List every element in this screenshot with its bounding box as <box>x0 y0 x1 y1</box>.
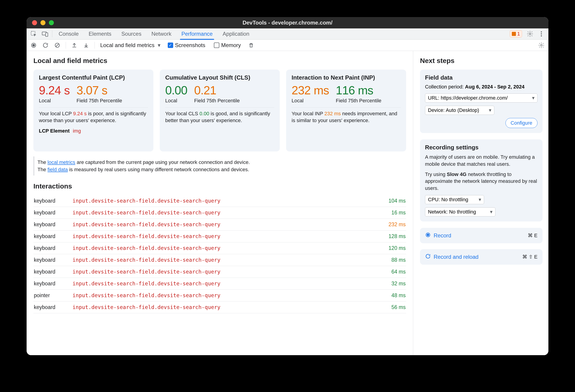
record-shortcut: ⌘ E <box>528 233 537 239</box>
device-select[interactable]: Device: Auto (Desktop) ▾ <box>425 106 494 115</box>
metric-cards: Largest Contentful Paint (LCP) 9.24 s Lo… <box>33 70 406 151</box>
panel-settings-icon[interactable] <box>537 41 546 50</box>
interaction-selector: input.devsite-search-field.devsite-searc… <box>72 269 376 275</box>
local-metrics-link[interactable]: local metrics <box>48 159 75 165</box>
lcp-element-row[interactable]: LCP Element img <box>39 128 148 134</box>
interaction-duration: 120 ms <box>376 245 406 251</box>
interaction-row[interactable]: keyboardinput.devsite-search-field.devsi… <box>33 242 406 254</box>
record-icon <box>425 232 431 239</box>
interactions-heading: Interactions <box>33 182 406 190</box>
checkbox-icon: ✓ <box>168 43 173 48</box>
recording-settings-p2: Try using Slow 4G network throttling to … <box>425 171 537 192</box>
interaction-duration: 32 ms <box>376 281 406 287</box>
interaction-selector: input.devsite-search-field.devsite-searc… <box>72 233 376 239</box>
metrics-note: The local metrics are captured from the … <box>33 156 406 175</box>
window-title: DevTools - developer.chrome.com/ <box>26 20 549 26</box>
record-action[interactable]: Record ⌘ E <box>420 228 543 243</box>
issues-count: 1 <box>517 31 520 37</box>
cls-local-value: 0.00 <box>165 84 187 97</box>
upload-profile-button[interactable] <box>70 41 79 50</box>
interaction-row[interactable]: keyboardinput.devsite-search-field.devsi… <box>33 207 406 219</box>
download-profile-button[interactable] <box>81 41 91 50</box>
network-throttle-select[interactable]: Network: No throttling ▾ <box>425 207 495 217</box>
interaction-type: keyboard <box>34 233 72 239</box>
recording-settings-p1: A majority of users are on mobile. Try e… <box>425 154 537 168</box>
svg-point-10 <box>540 44 542 46</box>
inp-title: Interaction to Next Paint (INP) <box>292 74 401 81</box>
zoom-window-button[interactable] <box>49 20 54 25</box>
next-steps-heading: Next steps <box>420 57 543 65</box>
configure-button[interactable]: Configure <box>505 118 537 128</box>
tab-network[interactable]: Network <box>146 28 176 40</box>
interaction-row[interactable]: keyboardinput.devsite-search-field.devsi… <box>33 301 406 313</box>
url-select[interactable]: URL: https://developer.chrome.com/ ▾ <box>425 94 537 102</box>
interaction-duration: 16 ms <box>376 210 406 216</box>
minimize-window-button[interactable] <box>41 20 46 25</box>
clear-button[interactable] <box>52 41 62 50</box>
tab-application[interactable]: Application <box>218 28 254 40</box>
screenshots-checkbox[interactable]: ✓ Screenshots <box>168 42 205 49</box>
separator <box>52 30 52 37</box>
field-data-title: Field data <box>425 74 537 81</box>
record-label: Record <box>434 232 451 239</box>
next-steps-column: Next steps Field data Collection period:… <box>413 51 549 355</box>
reload-record-button[interactable] <box>41 41 50 50</box>
interaction-row[interactable]: keyboardinput.devsite-search-field.devsi… <box>33 266 406 278</box>
interaction-row[interactable]: keyboardinput.devsite-search-field.devsi… <box>33 195 406 207</box>
field-data-link[interactable]: field data <box>48 167 68 172</box>
interaction-duration: 88 ms <box>376 257 406 263</box>
kebab-menu-icon[interactable] <box>536 28 547 40</box>
lcp-field-label: Field 75th Percentile <box>77 98 122 104</box>
traffic-lights <box>32 20 54 25</box>
interaction-selector: input.devsite-search-field.devsite-searc… <box>72 210 376 216</box>
cpu-throttle-select[interactable]: CPU: No throttling ▾ <box>425 195 484 204</box>
interaction-row[interactable]: keyboardinput.devsite-search-field.devsi… <box>33 231 406 242</box>
interaction-row[interactable]: keyboardinput.devsite-search-field.devsi… <box>33 254 406 266</box>
device-toolbar-icon[interactable] <box>39 28 51 40</box>
interaction-type: keyboard <box>34 221 72 228</box>
interaction-selector: input.devsite-search-field.devsite-searc… <box>72 281 376 287</box>
lcp-local-label: Local <box>39 98 70 104</box>
inspect-element-icon[interactable] <box>28 28 39 40</box>
tab-elements[interactable]: Elements <box>84 28 116 40</box>
interaction-duration: 128 ms <box>376 233 406 239</box>
metrics-view-dropdown[interactable]: Local and field metrics ▾ <box>98 42 162 49</box>
titlebar: DevTools - developer.chrome.com/ <box>26 17 549 28</box>
interaction-row[interactable]: keyboardinput.devsite-search-field.devsi… <box>33 219 406 231</box>
interaction-type: keyboard <box>34 281 72 287</box>
interaction-row[interactable]: keyboardinput.devsite-search-field.devsi… <box>33 278 406 290</box>
svg-rect-2 <box>46 33 48 36</box>
separator <box>95 42 95 49</box>
svg-point-5 <box>541 33 542 35</box>
record-reload-action[interactable]: Record and reload ⌘ ⇧ E <box>420 249 543 265</box>
chevron-down-icon: ▾ <box>532 95 534 101</box>
interactions-section: Interactions keyboardinput.devsite-searc… <box>33 182 406 313</box>
svg-point-6 <box>541 35 542 36</box>
tab-console[interactable]: Console <box>54 28 84 40</box>
main-column: Local and field metrics Largest Contentf… <box>26 51 413 355</box>
metrics-heading: Local and field metrics <box>33 57 406 65</box>
tab-performance[interactable]: Performance <box>176 28 217 40</box>
chevron-down-icon: ▾ <box>490 209 493 215</box>
interaction-selector: input.devsite-search-field.devsite-searc… <box>72 304 376 310</box>
metrics-view-label: Local and field metrics <box>100 42 155 49</box>
inp-advice: Your local INP 232 ms needs improvement,… <box>292 110 401 124</box>
record-button[interactable] <box>29 41 38 50</box>
inp-local-label: Local <box>292 98 329 104</box>
interaction-duration: 64 ms <box>376 269 406 275</box>
settings-icon[interactable] <box>524 28 536 40</box>
lcp-title: Largest Contentful Paint (LCP) <box>39 74 148 81</box>
tab-sources[interactable]: Sources <box>116 28 146 40</box>
garbage-collect-button[interactable] <box>246 41 256 50</box>
interaction-row[interactable]: pointerinput.devsite-search-field.devsit… <box>33 290 406 301</box>
inp-card: Interaction to Next Paint (INP) 232 ms L… <box>286 70 406 151</box>
interaction-selector: input.devsite-search-field.devsite-searc… <box>72 221 376 227</box>
chevron-down-icon: ▾ <box>158 42 161 49</box>
interaction-type: keyboard <box>34 304 72 310</box>
issues-badge[interactable]: 1 <box>510 30 522 38</box>
close-window-button[interactable] <box>32 20 37 25</box>
memory-checkbox[interactable]: Memory <box>214 42 241 49</box>
reload-icon <box>425 253 431 261</box>
cls-field-label: Field 75th Percentile <box>194 98 240 104</box>
cls-field-value: 0.21 <box>194 84 240 97</box>
